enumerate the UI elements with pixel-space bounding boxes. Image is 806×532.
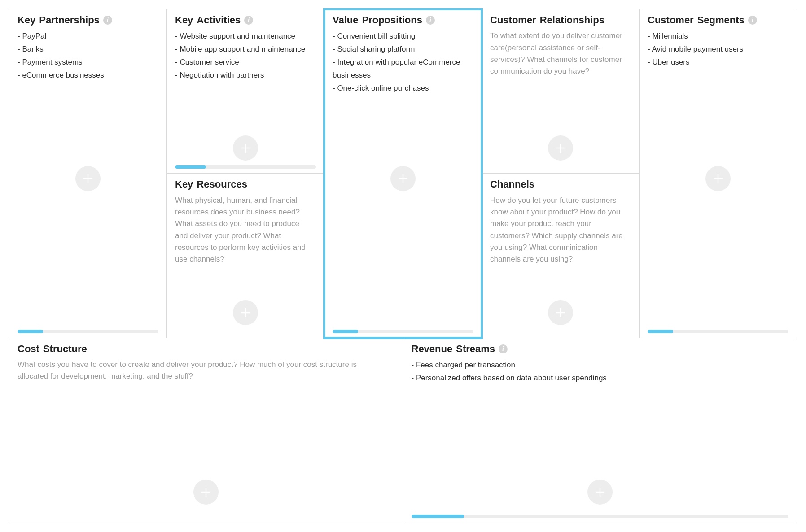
block-title: Key Partnerships i: [18, 15, 158, 26]
progress-bar: [333, 330, 473, 333]
info-icon[interactable]: i: [426, 16, 435, 25]
plus-icon: [199, 485, 213, 499]
title-word-1: Customer: [648, 15, 694, 26]
list-item: Customer service: [175, 56, 316, 69]
list-item: eCommerce businesses: [18, 69, 158, 82]
plus-icon: [711, 172, 725, 185]
business-model-canvas: Key Partnerships i PayPalBanksPayment sy…: [9, 9, 797, 523]
title-word-1: Key: [18, 15, 35, 26]
progress-fill: [333, 330, 358, 333]
block-items: Convenient bill splittingSocial sharing …: [333, 30, 473, 95]
title-word-1: Key: [175, 179, 193, 190]
block-items: MillennialsAvid mobile payment usersUber…: [648, 30, 788, 69]
block-customer-relationships[interactable]: Customer Relationships To what extent do…: [482, 9, 639, 173]
block-items: Website support and maintenanceMobile ap…: [175, 30, 316, 82]
progress-fill: [648, 330, 673, 333]
block-key-resources[interactable]: Key Resources What physical, human, and …: [167, 173, 324, 337]
plus-icon: [593, 485, 607, 499]
info-icon[interactable]: i: [244, 16, 253, 25]
block-prompt: What costs you have to cover to create a…: [18, 359, 376, 383]
progress-bar: [175, 165, 316, 169]
info-icon[interactable]: i: [499, 344, 508, 353]
block-prompt: To what extent do you deliver customer c…: [490, 30, 624, 77]
block-title: Value Propositions i: [333, 15, 473, 26]
block-revenue-streams[interactable]: Revenue Streams i Fees charged per trans…: [403, 338, 797, 523]
title-word-2: Activities: [197, 15, 241, 26]
list-item: Social sharing platform: [333, 43, 473, 56]
plus-icon: [554, 141, 567, 155]
list-item: Personalized offers based on data about …: [412, 372, 789, 385]
title-word-1: Key: [175, 15, 193, 26]
block-title: Cost Structure: [18, 344, 395, 354]
block-title: Key Resources: [175, 179, 316, 190]
list-item: PayPal: [18, 30, 158, 43]
progress-fill: [412, 515, 464, 518]
block-title: Channels: [490, 179, 631, 190]
col-relationships-channels: Customer Relationships To what extent do…: [482, 9, 639, 338]
block-title: Key Activities i: [175, 15, 316, 26]
progress-bar: [412, 515, 789, 518]
list-item: One-click online purchases: [333, 82, 473, 95]
title-word-1: Cost: [18, 344, 39, 354]
title-word-1: Value: [333, 15, 358, 26]
block-items: Fees charged per transactionPersonalized…: [412, 359, 789, 385]
list-item: Millennials: [648, 30, 788, 43]
block-title: Revenue Streams i: [412, 344, 789, 354]
progress-fill: [175, 165, 206, 169]
block-items: PayPalBanksPayment systemseCommerce busi…: [18, 30, 158, 82]
add-button[interactable]: [233, 300, 258, 325]
progress-bar: [648, 330, 788, 333]
col-key-partnerships: Key Partnerships i PayPalBanksPayment sy…: [9, 9, 166, 338]
add-button[interactable]: [233, 135, 258, 161]
add-button[interactable]: [193, 480, 219, 505]
add-button[interactable]: [548, 135, 573, 161]
block-key-partnerships[interactable]: Key Partnerships i PayPalBanksPayment sy…: [9, 9, 166, 338]
title-word-2: Segments: [697, 15, 745, 26]
title-word-2: Resources: [197, 179, 247, 190]
list-item: Payment systems: [18, 56, 158, 69]
col-activities-resources: Key Activities i Website support and mai…: [166, 9, 324, 338]
block-cost-structure[interactable]: Cost Structure What costs you have to co…: [9, 338, 403, 523]
title-word-1: Channels: [490, 179, 534, 190]
list-item: Integration with popular eCommerce busin…: [333, 56, 473, 82]
list-item: Mobile app support and maintenance: [175, 43, 316, 56]
block-value-propositions[interactable]: Value Propositions i Convenient bill spl…: [324, 9, 482, 338]
block-prompt: What physical, human, and financial reso…: [175, 195, 309, 266]
info-icon[interactable]: i: [748, 16, 757, 25]
list-item: Website support and maintenance: [175, 30, 316, 43]
plus-icon: [396, 172, 410, 185]
add-button[interactable]: [75, 166, 101, 191]
block-prompt: How do you let your future customers kno…: [490, 195, 624, 266]
progress-fill: [18, 330, 43, 333]
title-word-2: Relationships: [540, 15, 604, 26]
list-item: Fees charged per transaction: [412, 359, 789, 372]
plus-icon: [239, 306, 252, 319]
title-word-2: Propositions: [362, 15, 422, 26]
add-button[interactable]: [705, 166, 731, 191]
list-item: Convenient bill splitting: [333, 30, 473, 43]
list-item: Uber users: [648, 56, 788, 69]
add-button[interactable]: [587, 480, 613, 505]
add-button[interactable]: [548, 300, 573, 325]
list-item: Negotiation with partners: [175, 69, 316, 82]
plus-icon: [239, 141, 252, 155]
title-word-2: Structure: [43, 344, 87, 354]
block-channels[interactable]: Channels How do you let your future cust…: [482, 173, 639, 337]
col-value-propositions: Value Propositions i Convenient bill spl…: [324, 9, 482, 338]
title-word-2: Partnerships: [39, 15, 100, 26]
list-item: Avid mobile payment users: [648, 43, 788, 56]
plus-icon: [81, 172, 95, 185]
add-button[interactable]: [390, 166, 416, 191]
canvas-top-row: Key Partnerships i PayPalBanksPayment sy…: [9, 9, 797, 338]
plus-icon: [554, 306, 567, 319]
block-title: Customer Relationships: [490, 15, 631, 26]
progress-bar: [18, 330, 158, 333]
block-customer-segments[interactable]: Customer Segments i MillennialsAvid mobi…: [640, 9, 797, 338]
list-item: Banks: [18, 43, 158, 56]
block-key-activities[interactable]: Key Activities i Website support and mai…: [167, 9, 324, 173]
info-icon[interactable]: i: [103, 16, 112, 25]
block-title: Customer Segments i: [648, 15, 788, 26]
col-customer-segments: Customer Segments i MillennialsAvid mobi…: [639, 9, 797, 338]
title-word-1: Revenue: [412, 344, 453, 354]
canvas-bottom-row: Cost Structure What costs you have to co…: [9, 338, 797, 523]
